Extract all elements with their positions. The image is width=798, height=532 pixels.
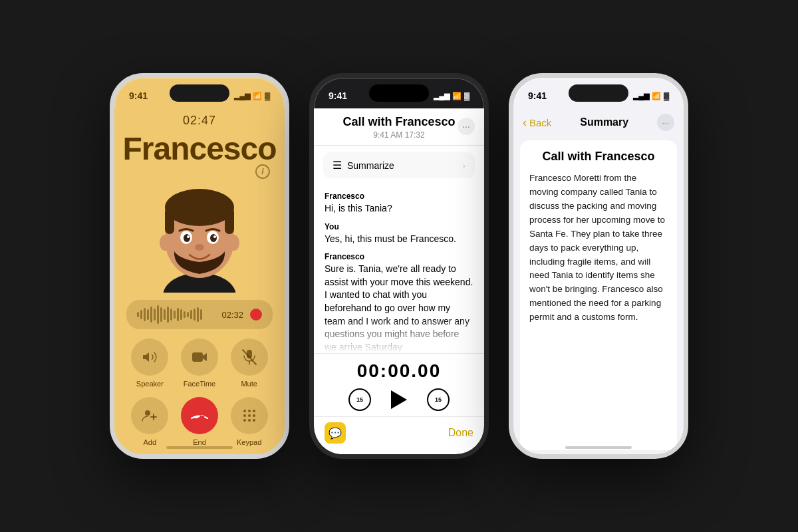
- phone-active-call: 9:41 ▂▄▆ 📶 ▓ 02:47 Francesco i: [110, 73, 289, 459]
- phone2-header: Call with Francesco 9:41 AM 17:32 ···: [314, 108, 484, 146]
- svg-point-8: [184, 234, 190, 242]
- wifi-icon-3: 📶: [652, 92, 661, 100]
- more-options-button-3[interactable]: ···: [657, 114, 674, 131]
- keypad-icon-circle: [231, 397, 268, 434]
- rewind-label: 15: [356, 396, 363, 403]
- phone3-content: ‹ Back Summary ··· Call with Francesco F…: [513, 108, 684, 454]
- svg-point-22: [243, 410, 246, 412]
- back-button[interactable]: ‹ Back: [523, 116, 551, 130]
- svg-point-13: [160, 235, 170, 251]
- svg-point-29: [248, 419, 251, 422]
- more-options-button[interactable]: ···: [458, 118, 475, 135]
- phone2-title: Call with Francesco: [325, 115, 473, 129]
- chat-bubble-icon[interactable]: 💬: [325, 422, 346, 444]
- svg-point-12: [195, 244, 204, 251]
- battery-icon-2: ▓: [464, 92, 469, 100]
- svg-point-11: [213, 235, 216, 238]
- summary-text: Francesco Moretti from the moving compan…: [529, 172, 668, 325]
- controls-row-2: Add End: [125, 397, 274, 446]
- add-button[interactable]: Add: [131, 397, 168, 446]
- play-button[interactable]: [391, 390, 407, 409]
- status-time-2: 9:41: [329, 90, 347, 101]
- speaker-label-2: You: [325, 222, 473, 231]
- waveform: [137, 305, 215, 324]
- phone1-content: 02:47 Francesco i: [114, 108, 285, 454]
- recording-time: 02:32: [221, 310, 243, 320]
- dynamic-island-1: [170, 84, 229, 102]
- status-icons-3: ▂▄▆ 📶 ▓: [633, 92, 669, 100]
- info-button[interactable]: i: [255, 164, 270, 179]
- transcript-text-2: Yes, hi, this must be Francesco.: [325, 233, 473, 246]
- mute-button[interactable]: Mute: [231, 338, 268, 388]
- phone3-header-title: Summary: [580, 116, 628, 128]
- signal-icon-3: ▂▄▆: [633, 92, 649, 100]
- keypad-icon: [242, 408, 257, 423]
- end-call-button[interactable]: End: [181, 397, 218, 446]
- svg-point-10: [187, 235, 190, 238]
- signal-icon-1: ▂▄▆: [234, 92, 250, 100]
- recording-indicator: [250, 309, 262, 321]
- svg-point-26: [248, 414, 251, 417]
- forward-button[interactable]: 15: [427, 388, 450, 411]
- svg-rect-4: [165, 207, 174, 234]
- facetime-label: FaceTime: [184, 380, 216, 388]
- back-label: Back: [529, 117, 551, 128]
- signal-icon-2: ▂▄▆: [434, 92, 450, 100]
- add-icon-circle: [131, 397, 168, 434]
- svg-point-19: [145, 410, 150, 416]
- summarize-label: Summarize: [347, 160, 394, 171]
- done-button[interactable]: Done: [448, 427, 473, 439]
- facetime-button[interactable]: FaceTime: [181, 338, 218, 388]
- phone2-content: Call with Francesco 9:41 AM 17:32 ··· ☰ …: [314, 108, 484, 454]
- mute-label: Mute: [241, 380, 257, 388]
- transcript-text-1: Hi, is this Tania?: [325, 202, 473, 215]
- speaker-icon: [142, 349, 158, 365]
- keypad-button[interactable]: Keypad: [231, 397, 268, 446]
- battery-icon-3: ▓: [664, 92, 669, 100]
- facetime-icon: [192, 350, 207, 364]
- forward-label: 15: [435, 396, 442, 403]
- phones-container: 9:41 ▂▄▆ 📶 ▓ 02:47 Francesco i: [110, 73, 688, 459]
- end-call-label: End: [193, 438, 206, 446]
- speaker-button[interactable]: Speaker: [131, 338, 168, 388]
- playback-time-display: 00:00.00: [357, 360, 442, 382]
- caller-name: Francesco: [122, 130, 276, 167]
- add-contact-icon: [142, 408, 158, 424]
- phone2-subtitle: 9:41 AM 17:32: [325, 130, 473, 140]
- summary-card: Call with Francesco Francesco Moretti fr…: [520, 140, 677, 450]
- status-icons-1: ▂▄▆ 📶 ▓: [234, 92, 270, 100]
- chevron-left-icon: ‹: [523, 116, 527, 130]
- svg-point-27: [253, 414, 255, 417]
- playback-controls: 15 15: [348, 388, 450, 411]
- svg-rect-5: [225, 207, 234, 234]
- end-call-icon-circle: [181, 397, 218, 434]
- speaker-label: Speaker: [136, 380, 164, 388]
- summarize-row[interactable]: ☰ Summarize ›: [323, 152, 475, 178]
- transcript-content: Francesco Hi, is this Tania? You Yes, hi…: [314, 185, 484, 353]
- home-indicator-3: [565, 446, 632, 449]
- svg-point-30: [253, 419, 255, 422]
- summarize-left: ☰ Summarize: [332, 159, 394, 172]
- svg-point-14: [229, 235, 239, 251]
- transcript-text-3: Sure is. Tania, we're all ready to assis…: [325, 263, 473, 353]
- home-indicator-2: [366, 446, 432, 449]
- home-indicator-1: [166, 446, 233, 449]
- svg-rect-15: [192, 352, 203, 362]
- status-time-3: 9:41: [528, 90, 547, 101]
- memoji-avatar: [146, 173, 253, 293]
- svg-point-25: [243, 414, 246, 417]
- status-time-1: 9:41: [129, 90, 148, 101]
- call-controls: Speaker FaceTime: [125, 338, 274, 446]
- speaker-label-1: Francesco: [325, 192, 473, 201]
- summarize-icon: ☰: [332, 159, 342, 172]
- svg-point-28: [243, 419, 246, 422]
- wifi-icon-2: 📶: [452, 92, 462, 100]
- battery-icon-1: ▓: [265, 92, 270, 100]
- chevron-right-icon: ›: [462, 160, 466, 171]
- rewind-button[interactable]: 15: [348, 388, 371, 411]
- mute-icon-circle: [231, 338, 268, 376]
- speaker-label-3: Francesco: [325, 252, 473, 261]
- controls-row-1: Speaker FaceTime: [125, 338, 274, 388]
- avatar-container: [143, 170, 256, 296]
- svg-point-23: [248, 410, 251, 412]
